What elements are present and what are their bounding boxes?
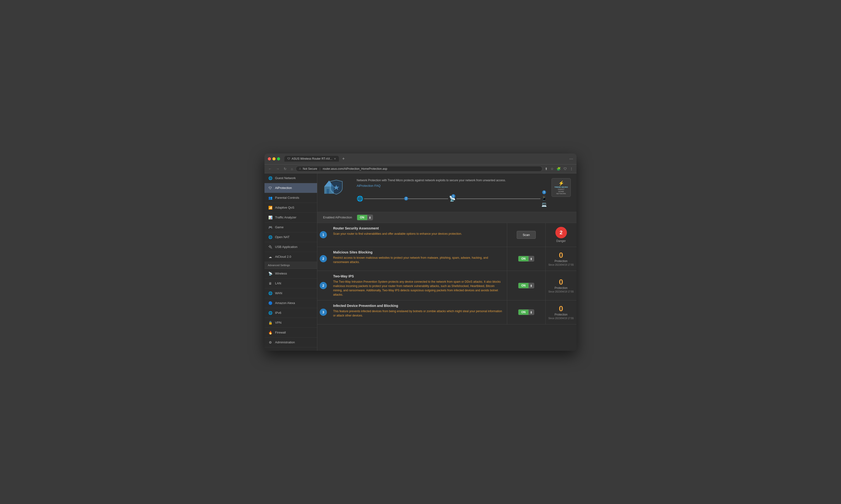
sidebar-item-open-nat[interactable]: 🌐 Open NAT (264, 232, 317, 242)
two-way-ips-toggle[interactable]: ON ▮ (518, 283, 534, 288)
feature-control-2: ON ▮ (507, 247, 545, 271)
step-1-badge: 1 (451, 194, 455, 198)
sidebar-item-wireless[interactable]: 📡 Wireless (264, 269, 317, 278)
sidebar-item-traffic-analyzer[interactable]: 📊 Traffic Analyzer (264, 213, 317, 222)
feature-status-3: 0 Protection Since 2023/04/19 17:55 (545, 271, 577, 300)
feature-control-3: ON ▮ (507, 271, 545, 300)
step-3-badge: 3 (542, 191, 546, 194)
forward-button[interactable]: → (275, 166, 281, 172)
sidebar-item-label: Guest Network (275, 176, 296, 180)
firewall-icon: 🔥 (268, 330, 273, 335)
sidebar-item-adaptive-qos[interactable]: 📶 Adaptive QoS (264, 203, 317, 213)
feature-card-router-security: 1 Router Security Assessment Scan your r… (317, 223, 577, 247)
sidebar-item-label: AiCloud 2.0 (275, 255, 291, 258)
feature-title-1: Router Security Assessment (333, 226, 503, 230)
danger-badge: 2 (555, 227, 567, 238)
feature-control-4: ON ▮ (507, 301, 545, 324)
protection-label-2: Protection (554, 259, 567, 263)
close-button[interactable] (268, 157, 271, 160)
sidebar-item-wan[interactable]: 🌐 WAN (264, 288, 317, 298)
traffic-lights (268, 157, 280, 160)
reload-button[interactable]: ↻ (282, 166, 288, 172)
extensions-icon[interactable]: 🧩 (556, 166, 562, 172)
bookmark-icon[interactable]: ☆ (550, 166, 555, 172)
enabled-label: Enabled AiProtection (323, 216, 352, 219)
feature-desc-1: Scan your router to find vulnerabilities… (333, 232, 503, 236)
sidebar-item-label: USB Application (275, 245, 297, 249)
advanced-settings-header: Advanced Settings (264, 262, 317, 269)
share-icon[interactable]: ⬆ (544, 166, 549, 172)
sidebar-item-aicloud[interactable]: ☁ AiCloud 2.0 (264, 252, 317, 262)
toggle-thumb-2: ▮ (529, 256, 534, 262)
sidebar-item-ipv6[interactable]: 🌐 IPv6 (264, 308, 317, 318)
feature-info-3: Two-Way IPS The Two-Way Intrusion Preven… (329, 271, 507, 300)
line-1: 2 (364, 199, 448, 199)
maximize-button[interactable] (277, 157, 280, 160)
feature-info-1: Router Security Assessment Scan your rou… (329, 223, 507, 247)
sidebar-item-guest-network[interactable]: 🌐 Guest Network (264, 173, 317, 183)
protection-count-4: 0 (559, 305, 563, 312)
tab-title: ASUS Wireless Router RT-AX... (292, 157, 332, 160)
toggle-on-3: ON (518, 283, 529, 288)
tab-close-icon[interactable]: ✕ (334, 157, 336, 160)
sidebar-item-game[interactable]: 🎮 Game (264, 222, 317, 232)
protection-since-3: Since 2023/04/19 17:55 (548, 290, 574, 293)
open-nat-icon: 🌐 (268, 235, 273, 239)
infected-device-toggle[interactable]: ON ▮ (518, 309, 534, 315)
malicious-sites-toggle[interactable]: ON ▮ (518, 256, 534, 262)
toggle-on-2: ON (518, 256, 529, 262)
back-button[interactable]: ← (267, 166, 273, 172)
aiprotection-faq-link[interactable]: AiProtection FAQ (357, 184, 547, 187)
aiprotection-toggle[interactable]: ON ▮ (357, 215, 373, 220)
amazon-alexa-icon: 🔵 (268, 301, 273, 305)
protection-label-3: Protection (554, 286, 567, 290)
sidebar-item-administration[interactable]: ⚙ Administration (264, 338, 317, 347)
sidebar-item-label: Open NAT (275, 235, 289, 239)
address-bar[interactable]: ⚠ Not Secure | router.asus.com/AiProtect… (296, 166, 543, 172)
new-tab-button[interactable]: + (341, 156, 346, 162)
wan-icon: 🌐 (268, 291, 273, 295)
feature-status-1: 2 Danger (545, 223, 577, 247)
usb-application-icon: 🔌 (268, 245, 273, 249)
shield-icon[interactable]: 🛡 (563, 166, 568, 172)
step-badge-3: 2 (320, 282, 327, 289)
sidebar-item-label: Game (275, 226, 284, 229)
sidebar-item-aiprotection[interactable]: 🛡 AiProtection (264, 183, 317, 193)
logo-line4: NETWORK (556, 193, 566, 195)
danger-label: Danger (556, 239, 566, 242)
scan-button[interactable]: Scan (517, 231, 536, 239)
feature-desc-2: Restrict access to known malicious websi… (333, 256, 503, 264)
toggle-thumb: ▮ (367, 215, 373, 220)
sidebar-item-label: Traffic Analyzer (275, 216, 296, 219)
sidebar-item-lan[interactable]: 🖥 LAN (264, 278, 317, 288)
feature-card-malicious-sites: 2 Malicious Sites Blocking Restrict acce… (317, 247, 577, 271)
aicloud-icon: ☁ (268, 254, 273, 259)
step-badge-1: 1 (320, 231, 327, 238)
sidebar-item-usb-application[interactable]: 🔌 USB Application (264, 242, 317, 252)
trend-micro-logo: ⚡ TREND MICRO SMART HOME NETWORK (552, 178, 571, 197)
toggle-thumb-3: ▮ (529, 283, 534, 288)
sidebar-item-firewall[interactable]: 🔥 Firewall (264, 328, 317, 338)
url-text: router.asus.com/AiProtection_HomeProtect… (323, 167, 388, 170)
sidebar-item-amazon-alexa[interactable]: 🔵 Amazon Alexa (264, 298, 317, 308)
security-icon: ⚠ (299, 167, 301, 170)
logo-line3: HOME (558, 191, 564, 193)
active-tab[interactable]: 🛡 ASUS Wireless Router RT-AX... ✕ (285, 156, 339, 162)
title-bar: 🛡 ASUS Wireless Router RT-AX... ✕ + ⋯ (264, 154, 577, 164)
sidebar-item-parental-controls[interactable]: 👥 Parental Controls (264, 193, 317, 203)
logo-line1: TREND MICRO (554, 186, 568, 188)
minimize-button[interactable] (272, 157, 276, 160)
home-button[interactable]: ⌂ (289, 166, 294, 172)
protection-since-2: Since 2023/04/19 17:55 (548, 264, 574, 266)
sidebar-item-vpn[interactable]: 🔒 VPN (264, 318, 317, 328)
feature-number-4: 3 (317, 301, 329, 324)
hero-graphic (323, 178, 352, 197)
game-icon: 🎮 (268, 225, 273, 230)
devices-node: 3 📱 💻 (542, 191, 547, 207)
protection-label-4: Protection (554, 313, 567, 316)
content-area: Network Protection with Trend Micro prot… (317, 173, 577, 351)
feature-title-4: Infected Device Prevention and Blocking (333, 304, 503, 308)
feature-status-4: 0 Protection Since 2023/04/19 17:55 (545, 301, 577, 324)
menu-icon[interactable]: ⋮ (569, 166, 574, 172)
browser-window: 🛡 ASUS Wireless Router RT-AX... ✕ + ⋯ ← … (264, 154, 577, 351)
